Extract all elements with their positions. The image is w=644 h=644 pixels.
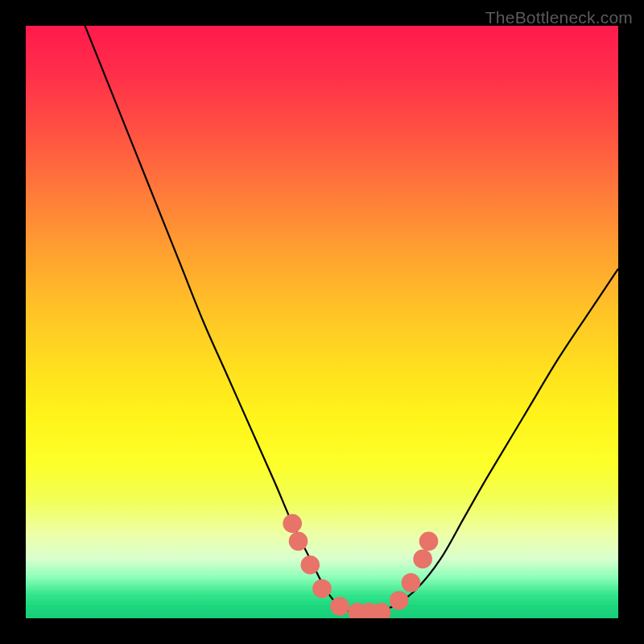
curve-marker-dot <box>289 532 308 551</box>
curve-marker-dot <box>402 573 421 592</box>
bottleneck-curve <box>85 26 618 613</box>
curve-marker-dot <box>283 514 302 533</box>
curve-markers <box>283 514 438 618</box>
curve-marker-dot <box>390 591 409 610</box>
chart-svg <box>26 26 618 618</box>
curve-marker-dot <box>413 550 432 569</box>
curve-marker-dot <box>312 579 332 598</box>
curve-marker-dot <box>419 532 439 551</box>
plot-area <box>26 26 618 618</box>
chart-frame: TheBottleneck.com <box>0 0 644 644</box>
watermark-text: TheBottleneck.com <box>485 8 633 27</box>
curve-marker-dot <box>330 597 349 617</box>
curve-marker-dot <box>301 555 320 575</box>
